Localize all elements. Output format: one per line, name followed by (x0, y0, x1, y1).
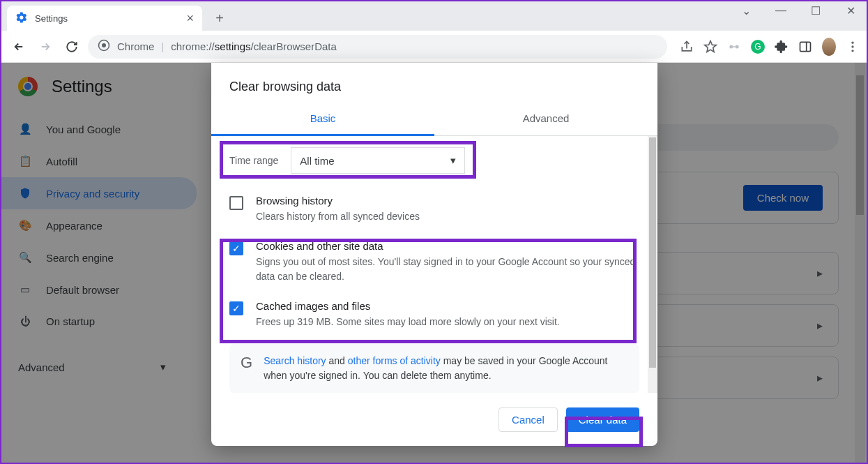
time-range-select[interactable]: All time ▾ (291, 147, 465, 174)
sidepanel-icon[interactable] (798, 40, 812, 54)
option-cookies[interactable]: ✓ Cookies and other site data Signs you … (229, 232, 639, 292)
svg-rect-4 (800, 42, 811, 51)
close-tab-icon[interactable]: × (186, 11, 194, 26)
checkbox-browsing-history[interactable] (229, 196, 243, 210)
option-desc: Signs you out of most sites. You'll stay… (256, 255, 639, 283)
star-icon[interactable] (703, 40, 717, 54)
time-range-value: All time (300, 155, 334, 167)
chevron-down-icon: ▾ (450, 154, 456, 167)
option-desc: Clears history from all synced devices (256, 209, 420, 223)
clear-browsing-data-dialog: Clear browsing data Basic Advanced Time … (211, 63, 657, 446)
extensions-icon[interactable] (775, 40, 789, 54)
time-range-label: Time range (229, 155, 278, 166)
option-browsing-history[interactable]: Browsing history Clears history from all… (229, 186, 639, 232)
google-account-notice: G Search history and other forms of acti… (229, 344, 639, 393)
address-bar[interactable]: Chrome | chrome://settings/clearBrowserD… (88, 35, 667, 59)
option-cache[interactable]: ✓ Cached images and files Frees up 319 M… (229, 292, 639, 337)
svg-point-1 (102, 43, 106, 47)
window-controls: ⌄ — ☐ ✕ (736, 4, 861, 17)
option-title: Cookies and other site data (256, 240, 639, 252)
notice-text: Search history and other forms of activi… (264, 354, 628, 383)
minimize-icon[interactable]: — (770, 4, 791, 17)
profile-avatar[interactable] (822, 40, 836, 54)
kebab-menu-icon[interactable] (846, 40, 860, 54)
svg-point-6 (851, 41, 853, 43)
toolbar-actions: G (680, 40, 860, 54)
checkbox-cache[interactable]: ✓ (229, 301, 243, 315)
svg-point-7 (851, 45, 853, 47)
checkbox-cookies[interactable]: ✓ (229, 241, 243, 255)
time-range-row: Time range All time ▾ (229, 147, 639, 174)
share-icon[interactable] (680, 40, 694, 54)
maximize-icon[interactable]: ☐ (805, 4, 826, 17)
svg-point-2 (729, 45, 733, 48)
dialog-actions: Cancel Clear data (211, 393, 657, 446)
url-divider: | (161, 40, 164, 52)
gear-icon (15, 11, 28, 26)
clear-data-button[interactable]: Clear data (566, 407, 639, 432)
option-title: Cached images and files (256, 300, 560, 312)
back-button[interactable] (8, 36, 29, 57)
reload-button[interactable] (61, 36, 82, 57)
close-window-icon[interactable]: ✕ (840, 4, 861, 17)
search-history-link[interactable]: Search history (264, 355, 326, 366)
browser-toolbar: Chrome | chrome://settings/clearBrowserD… (1, 31, 867, 63)
url-text: chrome://settings/clearBrowserData (171, 40, 337, 52)
dialog-title: Clear browsing data (211, 63, 657, 104)
tab-advanced[interactable]: Advanced (434, 104, 657, 136)
google-g-icon: G (241, 354, 252, 372)
tab-basic[interactable]: Basic (211, 104, 434, 136)
dialog-tabs: Basic Advanced (211, 104, 657, 136)
svg-point-3 (736, 45, 739, 48)
chrome-badge-icon (98, 39, 110, 54)
dialog-scrollbar[interactable] (648, 136, 657, 393)
new-tab-button[interactable]: + (209, 8, 230, 29)
forward-button[interactable] (35, 36, 56, 57)
svg-point-8 (851, 50, 853, 52)
option-title: Browsing history (256, 195, 420, 207)
browser-tab[interactable]: Settings × (7, 6, 202, 31)
url-prefix: Chrome (117, 40, 154, 52)
tab-title: Settings (35, 13, 68, 24)
tab-strip: Settings × + ⌄ — ☐ ✕ (1, 1, 867, 31)
other-activity-link[interactable]: other forms of activity (348, 355, 441, 366)
grammarly-icon[interactable]: G (751, 40, 765, 54)
extension-icon-1[interactable] (727, 40, 741, 54)
chevron-down-icon[interactable]: ⌄ (736, 4, 756, 17)
option-desc: Frees up 319 MB. Some sites may load mor… (256, 315, 560, 329)
cancel-button[interactable]: Cancel (498, 407, 558, 432)
